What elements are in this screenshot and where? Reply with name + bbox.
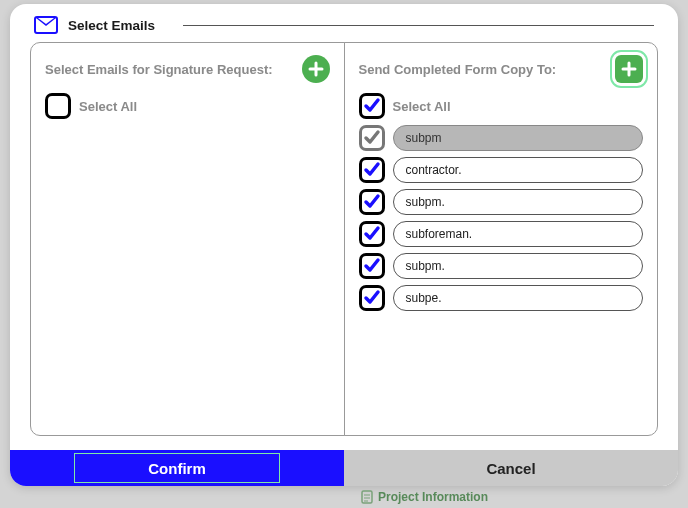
recipient-pill[interactable]: subpe. [393,285,644,311]
plus-icon [308,61,324,77]
recipient-checkbox[interactable] [359,157,385,183]
plus-icon [621,61,637,77]
left-select-all-checkbox[interactable] [45,93,71,119]
add-form-copy-email-button[interactable] [615,55,643,83]
recipient-list: subpmcontractor.subpm.subforeman.subpm.s… [359,125,644,317]
left-select-all-row: Select All [45,93,330,119]
right-panel-title: Send Completed Form Copy To: [359,62,557,77]
recipient-row: contractor. [359,157,644,183]
cancel-button[interactable]: Cancel [344,450,678,486]
modal-footer: Confirm Cancel [10,450,678,486]
left-select-all-label: Select All [79,99,137,114]
recipient-row: subforeman. [359,221,644,247]
mail-icon [34,16,58,34]
right-select-all-label: Select All [393,99,451,114]
right-panel-head: Send Completed Form Copy To: [359,55,644,83]
add-signature-email-button[interactable] [302,55,330,83]
modal-body: Select Emails for Signature Request: Sel… [10,42,678,450]
recipient-row: subpm. [359,189,644,215]
modal-title: Select Emails [68,18,155,33]
recipient-checkbox[interactable] [359,125,385,151]
confirm-button[interactable]: Confirm [10,450,344,486]
right-select-all-checkbox[interactable] [359,93,385,119]
recipient-pill[interactable]: subpm. [393,189,644,215]
background-project-info: Project Information [360,490,488,504]
left-panel-title: Select Emails for Signature Request: [45,62,273,77]
recipient-checkbox[interactable] [359,221,385,247]
recipient-row: subpm [359,125,644,151]
signature-request-panel: Select Emails for Signature Request: Sel… [30,42,345,436]
header-divider [183,25,654,26]
form-copy-panel: Send Completed Form Copy To: Select All … [344,42,659,436]
clipboard-icon [360,490,374,504]
recipient-pill[interactable]: subpm. [393,253,644,279]
recipient-checkbox[interactable] [359,285,385,311]
recipient-checkbox[interactable] [359,189,385,215]
recipient-pill[interactable]: subforeman. [393,221,644,247]
left-panel-head: Select Emails for Signature Request: [45,55,330,83]
recipient-pill[interactable]: subpm [393,125,644,151]
select-emails-modal: Select Emails Select Emails for Signatur… [10,4,678,486]
recipient-row: subpm. [359,253,644,279]
recipient-checkbox[interactable] [359,253,385,279]
recipient-pill[interactable]: contractor. [393,157,644,183]
modal-header: Select Emails [10,4,678,42]
right-select-all-row: Select All [359,93,644,119]
recipient-row: subpe. [359,285,644,311]
